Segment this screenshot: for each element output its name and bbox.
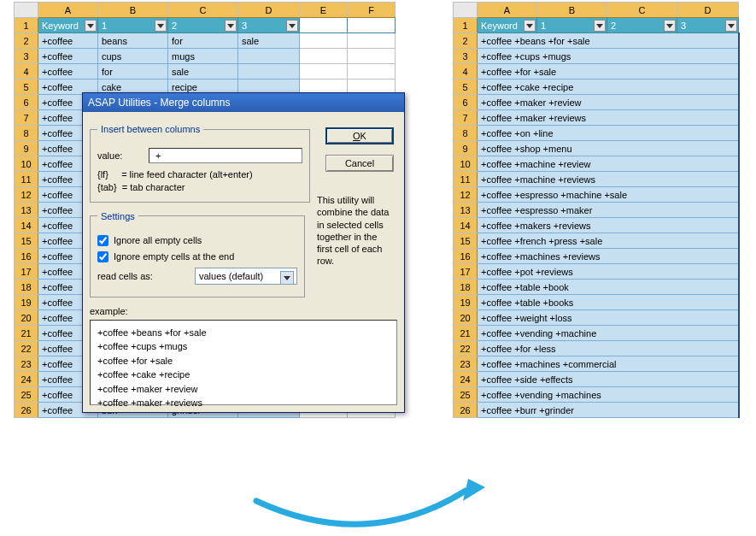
row-header[interactable]: 3	[454, 49, 478, 64]
row-header[interactable]: 10	[454, 156, 478, 172]
col-header-F[interactable]: F	[348, 3, 396, 18]
row-header[interactable]: 15	[454, 233, 478, 249]
row-header[interactable]: 5	[15, 80, 38, 95]
merged-cell[interactable]: +coffee +pot +reviews	[478, 264, 739, 280]
cell[interactable]	[348, 33, 396, 49]
cell[interactable]	[348, 18, 396, 33]
merged-cell[interactable]: +coffee +maker +review	[478, 95, 739, 110]
merged-cell[interactable]: +coffee +vending +machine	[478, 326, 739, 341]
merged-cell[interactable]: +coffee +cups +mugs	[478, 49, 739, 64]
row-header[interactable]: 19	[15, 295, 38, 310]
merged-cell[interactable]: +coffee +vending +machines	[478, 387, 739, 403]
cell[interactable]	[238, 64, 300, 80]
merged-cell[interactable]: +coffee +beans +for +sale	[478, 33, 739, 49]
filter-header-3[interactable]: 3	[238, 18, 300, 33]
filter-dropdown-icon[interactable]	[524, 20, 536, 32]
row-header[interactable]: 11	[454, 172, 478, 187]
cell[interactable]: mugs	[168, 49, 238, 64]
row-header[interactable]: 7	[15, 110, 38, 126]
cell[interactable]: +coffee	[38, 49, 98, 64]
row-header[interactable]: 6	[15, 95, 38, 110]
row-header[interactable]: 17	[454, 264, 478, 280]
cell[interactable]	[300, 64, 348, 80]
row-header[interactable]: 20	[15, 310, 38, 326]
col-header-B[interactable]: B	[98, 3, 168, 18]
select-all-corner[interactable]	[15, 3, 38, 18]
col-header-D[interactable]: D	[238, 3, 300, 18]
row-header[interactable]: 23	[454, 356, 478, 372]
row-header[interactable]: 25	[454, 387, 478, 403]
row-header[interactable]: 2	[454, 33, 478, 49]
row-header[interactable]: 24	[15, 372, 38, 387]
cell[interactable]	[300, 33, 348, 49]
row-header[interactable]: 14	[15, 218, 38, 233]
filter-header-keyword[interactable]: Keyword	[38, 18, 98, 33]
col-header-A[interactable]: A	[478, 3, 537, 18]
row-header[interactable]: 4	[15, 64, 38, 80]
merged-cell[interactable]: +coffee +machines +reviews	[478, 249, 739, 264]
merged-cell[interactable]: +coffee +machine +reviews	[478, 172, 739, 187]
row-header[interactable]: 9	[15, 141, 38, 156]
merged-cell[interactable]: +coffee +side +effects	[478, 372, 739, 387]
row-header[interactable]: 26	[454, 403, 478, 418]
filter-header-2[interactable]: 2	[607, 18, 677, 33]
merged-cell[interactable]: +coffee +machine +review	[478, 156, 739, 172]
filter-header-1[interactable]: 1	[537, 18, 607, 33]
cell[interactable]	[348, 49, 396, 64]
row-header[interactable]: 17	[15, 264, 38, 280]
row-header[interactable]: 19	[454, 295, 478, 310]
merged-cell[interactable]: +coffee +maker +reviews	[478, 110, 739, 126]
col-header-D[interactable]: D	[677, 3, 739, 18]
filter-header-3[interactable]: 3	[677, 18, 739, 33]
merged-cell[interactable]: +coffee +for +less	[478, 341, 739, 356]
row-header[interactable]: 1	[454, 18, 478, 33]
select-all-corner[interactable]	[454, 3, 478, 18]
merged-cell[interactable]: +coffee +machines +commercial	[478, 356, 739, 372]
row-header[interactable]: 11	[15, 172, 38, 187]
col-header-C[interactable]: C	[607, 3, 677, 18]
row-header[interactable]: 6	[454, 95, 478, 110]
row-header[interactable]: 23	[15, 356, 38, 372]
col-header-E[interactable]: E	[300, 3, 348, 18]
row-header[interactable]: 13	[454, 203, 478, 218]
row-header[interactable]: 7	[454, 110, 478, 126]
col-header-A[interactable]: A	[38, 3, 98, 18]
cell[interactable]: for	[168, 33, 238, 49]
merged-cell[interactable]: +coffee +cake +recipe	[478, 80, 739, 95]
separator-input[interactable]	[149, 148, 302, 163]
cell[interactable]: for	[98, 64, 168, 80]
merged-cell[interactable]: +coffee +table +book	[478, 280, 739, 295]
row-header[interactable]: 2	[15, 33, 38, 49]
merged-cell[interactable]: +coffee +table +books	[478, 295, 739, 310]
cell[interactable]	[348, 64, 396, 80]
row-header[interactable]: 14	[454, 218, 478, 233]
row-header[interactable]: 4	[454, 64, 478, 80]
row-header[interactable]: 3	[15, 49, 38, 64]
row-header[interactable]: 18	[454, 280, 478, 295]
cell[interactable]: +coffee	[38, 64, 98, 80]
row-header[interactable]: 18	[15, 280, 38, 295]
cell[interactable]	[238, 49, 300, 64]
row-header[interactable]: 21	[15, 326, 38, 341]
spreadsheet-right[interactable]: A B C D 1 Keyword 1 2 3 2+coffee +beans …	[453, 2, 740, 418]
cell[interactable]: sale	[168, 64, 238, 80]
row-header[interactable]: 9	[454, 141, 478, 156]
row-header[interactable]: 8	[15, 126, 38, 141]
filter-dropdown-icon[interactable]	[85, 20, 97, 32]
ok-button[interactable]: OK	[325, 127, 394, 144]
row-header[interactable]: 5	[454, 80, 478, 95]
dialog-titlebar[interactable]: ASAP Utilities - Merge columns	[83, 93, 404, 112]
row-header[interactable]: 1	[15, 18, 38, 33]
row-header[interactable]: 16	[15, 249, 38, 264]
filter-header-keyword[interactable]: Keyword	[478, 18, 537, 33]
row-header[interactable]: 13	[15, 203, 38, 218]
cell[interactable]	[300, 18, 348, 33]
ignore-end-checkbox[interactable]	[97, 251, 108, 262]
row-header[interactable]: 15	[15, 233, 38, 249]
filter-dropdown-icon[interactable]	[155, 20, 167, 32]
row-header[interactable]: 25	[15, 387, 38, 403]
row-header[interactable]: 21	[454, 326, 478, 341]
merged-cell[interactable]: +coffee +shop +menu	[478, 141, 739, 156]
filter-dropdown-icon[interactable]	[594, 20, 606, 32]
row-header[interactable]: 20	[454, 310, 478, 326]
